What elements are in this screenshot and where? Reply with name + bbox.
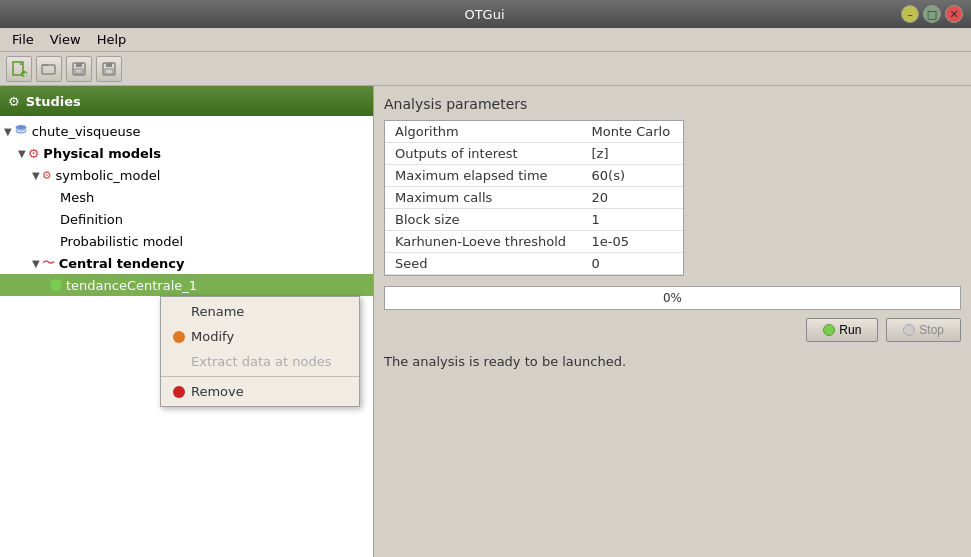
remove-label: Remove — [191, 384, 244, 399]
window-title: OTGui — [68, 7, 901, 22]
stop-icon — [903, 324, 915, 336]
arrow-icon: ▼ — [32, 170, 40, 181]
param-key: Maximum elapsed time — [385, 165, 582, 187]
ctx-modify[interactable]: Modify — [161, 324, 359, 349]
tree-item-tendance[interactable]: tendanceCentrale_1 — [0, 274, 373, 296]
save-button[interactable] — [96, 56, 122, 82]
title-bar: OTGui – □ ✕ — [0, 0, 971, 28]
tree-area: ▼ chute_visqueuse ▼ ⚙ Physical models ▼ … — [0, 116, 373, 557]
context-menu: Rename Modify Extract data at nodes Remo… — [160, 296, 360, 407]
param-key: Algorithm — [385, 121, 582, 143]
toolbar: + AS — [0, 52, 971, 86]
tree-item-mesh[interactable]: Mesh — [0, 186, 373, 208]
svg-text:+: + — [22, 71, 27, 77]
menu-view[interactable]: View — [42, 30, 89, 49]
gear-icon: ⚙ — [28, 146, 40, 161]
ctx-remove[interactable]: Remove — [161, 379, 359, 404]
menu-file[interactable]: File — [4, 30, 42, 49]
param-value: 20 — [582, 187, 683, 209]
tree-label: Definition — [60, 212, 123, 227]
extract-label: Extract data at nodes — [191, 354, 332, 369]
param-value: 60(s) — [582, 165, 683, 187]
save-as-button[interactable]: AS — [66, 56, 92, 82]
status-message: The analysis is ready to be launched. — [384, 354, 626, 369]
tree-item-probabilistic[interactable]: Probabilistic model — [0, 230, 373, 252]
tree-label: Probabilistic model — [60, 234, 183, 249]
status-text: The analysis is ready to be launched. — [384, 350, 961, 373]
tree-item-symbolic[interactable]: ▼ ⚙ symbolic_model — [0, 164, 373, 186]
gear-small-icon: ⚙ — [42, 169, 52, 182]
stop-label: Stop — [919, 323, 944, 337]
ctx-rename[interactable]: Rename — [161, 299, 359, 324]
svg-rect-5 — [42, 64, 48, 66]
tree-item-definition[interactable]: Definition — [0, 208, 373, 230]
svg-rect-7 — [76, 63, 82, 67]
param-key: Maximum calls — [385, 187, 582, 209]
svg-rect-4 — [42, 65, 55, 74]
new-button[interactable]: + — [6, 56, 32, 82]
menu-bar: File View Help — [0, 28, 971, 52]
param-value: 1e-05 — [582, 231, 683, 253]
arrow-icon: ▼ — [32, 258, 40, 269]
db-icon — [14, 124, 28, 139]
main-content: ⚙ Studies ▼ chute_visqueuse ▼ ⚙ Physical… — [0, 86, 971, 557]
open-button[interactable] — [36, 56, 62, 82]
param-key: Block size — [385, 209, 582, 231]
tree-label: tendanceCentrale_1 — [66, 278, 197, 293]
svg-rect-11 — [106, 63, 112, 67]
tree-item-physical[interactable]: ▼ ⚙ Physical models — [0, 142, 373, 164]
run-icon — [823, 324, 835, 336]
circle-red-icon — [173, 386, 185, 398]
param-key: Outputs of interest — [385, 143, 582, 165]
tree-item-chute[interactable]: ▼ chute_visqueuse — [0, 120, 373, 142]
analysis-title: Analysis parameters — [384, 96, 961, 112]
studies-header: ⚙ Studies — [0, 86, 373, 116]
close-button[interactable]: ✕ — [945, 5, 963, 23]
progress-text: 0% — [663, 291, 682, 305]
param-key: Seed — [385, 253, 582, 275]
action-buttons: Run Stop — [384, 318, 961, 342]
arrow-icon: ▼ — [18, 148, 26, 159]
ctx-separator — [161, 376, 359, 377]
circle-green-icon — [50, 279, 62, 291]
run-label: Run — [839, 323, 861, 337]
tree-label: Mesh — [60, 190, 94, 205]
ctx-extract: Extract data at nodes — [161, 349, 359, 374]
svg-rect-14 — [16, 127, 26, 133]
studies-title: Studies — [26, 94, 81, 109]
wave-icon: 〜 — [42, 254, 55, 272]
progress-bar: 0% — [384, 286, 961, 310]
param-value: Monte Carlo — [582, 121, 683, 143]
run-button[interactable]: Run — [806, 318, 878, 342]
rename-label: Rename — [191, 304, 244, 319]
menu-help[interactable]: Help — [89, 30, 135, 49]
tree-label: Physical models — [43, 146, 161, 161]
tree-label: symbolic_model — [56, 168, 161, 183]
svg-rect-12 — [105, 69, 113, 74]
circle-orange-icon — [173, 331, 185, 343]
modify-label: Modify — [191, 329, 234, 344]
param-value: [z] — [582, 143, 683, 165]
studies-icon: ⚙ — [8, 94, 20, 109]
stop-button[interactable]: Stop — [886, 318, 961, 342]
params-table: AlgorithmMonte CarloOutputs of interest[… — [384, 120, 684, 276]
maximize-button[interactable]: □ — [923, 5, 941, 23]
arrow-icon: ▼ — [4, 126, 12, 137]
tree-item-central[interactable]: ▼ 〜 Central tendency — [0, 252, 373, 274]
left-panel: ⚙ Studies ▼ chute_visqueuse ▼ ⚙ Physical… — [0, 86, 374, 557]
tree-label: Central tendency — [59, 256, 185, 271]
minimize-button[interactable]: – — [901, 5, 919, 23]
param-key: Karhunen-Loeve threshold — [385, 231, 582, 253]
window-controls: – □ ✕ — [901, 5, 963, 23]
svg-text:AS: AS — [76, 70, 83, 76]
param-value: 0 — [582, 253, 683, 275]
right-panel: Analysis parameters AlgorithmMonte Carlo… — [374, 86, 971, 557]
param-value: 1 — [582, 209, 683, 231]
tree-label: chute_visqueuse — [32, 124, 141, 139]
